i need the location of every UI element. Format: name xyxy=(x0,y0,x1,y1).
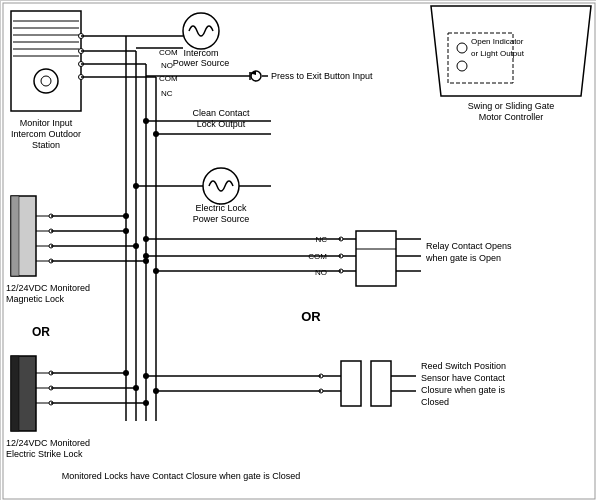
svg-point-118 xyxy=(143,258,149,264)
svg-text:Swing or Sliding Gate: Swing or Sliding Gate xyxy=(468,101,555,111)
svg-rect-87 xyxy=(371,361,391,406)
svg-rect-69 xyxy=(356,231,396,286)
svg-point-135 xyxy=(153,131,159,137)
svg-text:OR: OR xyxy=(32,325,50,339)
svg-point-115 xyxy=(123,213,129,219)
svg-text:Electric Lock: Electric Lock xyxy=(195,203,247,213)
svg-text:Station: Station xyxy=(32,140,60,150)
svg-text:Power Source: Power Source xyxy=(173,58,230,68)
svg-rect-86 xyxy=(341,361,361,406)
svg-point-134 xyxy=(143,118,149,124)
svg-text:or Light Output: or Light Output xyxy=(471,49,525,58)
svg-rect-57 xyxy=(11,356,19,431)
svg-text:Monitor Input: Monitor Input xyxy=(20,118,73,128)
svg-point-10 xyxy=(41,76,51,86)
svg-text:Power Source: Power Source xyxy=(193,214,250,224)
svg-point-117 xyxy=(133,243,139,249)
svg-text:Clean Contact: Clean Contact xyxy=(192,108,250,118)
svg-text:Motor Controller: Motor Controller xyxy=(479,112,544,122)
svg-point-127 xyxy=(143,373,149,379)
svg-text:12/24VDC Monitored: 12/24VDC Monitored xyxy=(6,438,90,448)
svg-text:12/24VDC Monitored: 12/24VDC Monitored xyxy=(6,283,90,293)
svg-point-66 xyxy=(203,168,239,204)
svg-rect-2 xyxy=(11,11,81,111)
svg-point-124 xyxy=(143,400,149,406)
svg-point-123 xyxy=(133,385,139,391)
svg-text:Closure when gate is: Closure when gate is xyxy=(421,385,506,395)
svg-text:Intercom: Intercom xyxy=(183,48,218,58)
svg-point-110 xyxy=(153,268,159,274)
svg-text:Sensor have Contact: Sensor have Contact xyxy=(421,373,506,383)
svg-text:when gate is Open: when gate is Open xyxy=(425,253,501,263)
svg-text:NO: NO xyxy=(315,268,327,277)
svg-point-128 xyxy=(153,388,159,394)
svg-text:Press to Exit Button Input: Press to Exit Button Input xyxy=(271,71,373,81)
svg-text:NO: NO xyxy=(161,61,173,70)
svg-point-18 xyxy=(183,13,219,49)
svg-text:COM: COM xyxy=(159,74,178,83)
svg-text:Monitored Locks have Contact C: Monitored Locks have Contact Closure whe… xyxy=(62,471,301,481)
svg-point-108 xyxy=(143,236,149,242)
svg-text:COM: COM xyxy=(159,48,178,57)
svg-text:Magnetic Lock: Magnetic Lock xyxy=(6,294,65,304)
svg-text:OR: OR xyxy=(301,309,321,324)
svg-point-100 xyxy=(457,61,467,71)
svg-point-116 xyxy=(123,228,129,234)
svg-text:Closed: Closed xyxy=(421,397,449,407)
svg-text:Intercom Outdoor: Intercom Outdoor xyxy=(11,129,81,139)
svg-rect-44 xyxy=(11,196,19,276)
svg-point-122 xyxy=(123,370,129,376)
svg-text:Open Indicator: Open Indicator xyxy=(471,37,524,46)
svg-point-99 xyxy=(457,43,467,53)
svg-text:Relay Contact Opens: Relay Contact Opens xyxy=(426,241,512,251)
svg-text:Electric Strike Lock: Electric Strike Lock xyxy=(6,449,83,459)
svg-text:NC: NC xyxy=(161,89,173,98)
svg-point-130 xyxy=(133,183,139,189)
wiring-diagram: Monitor Input Intercom Outdoor Station I… xyxy=(0,0,596,500)
svg-text:Reed Switch Position: Reed Switch Position xyxy=(421,361,506,371)
